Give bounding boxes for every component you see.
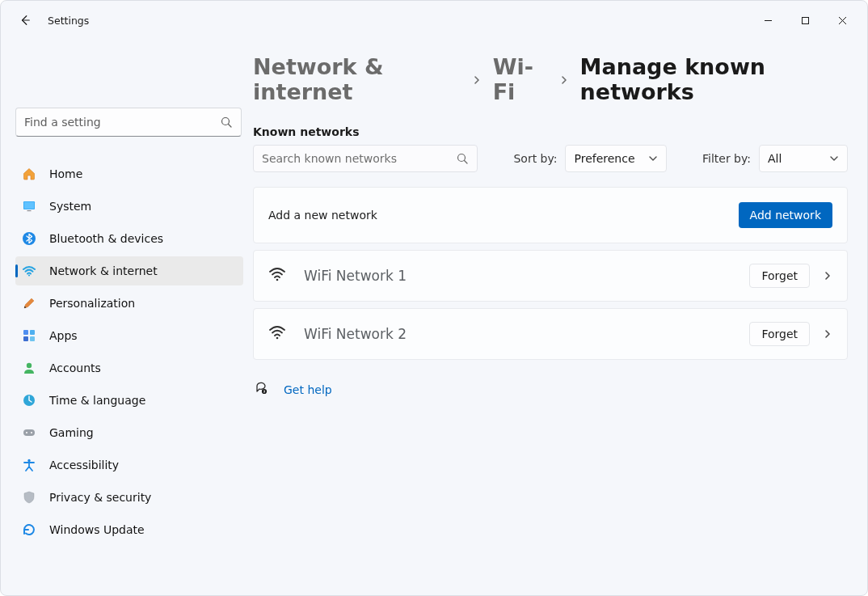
- forget-button[interactable]: Forget: [749, 264, 810, 288]
- wifi-icon: [268, 265, 286, 286]
- main-content: Network & internet Wi-Fi Manage known ne…: [253, 40, 867, 595]
- search-settings-input[interactable]: [24, 116, 220, 129]
- search-known-networks[interactable]: [253, 145, 478, 172]
- back-button[interactable]: [15, 11, 35, 30]
- svg-point-20: [31, 432, 32, 433]
- filter-by-value: All: [768, 152, 782, 165]
- sidebar-item-home[interactable]: Home: [15, 159, 243, 188]
- accounts-icon: [22, 361, 36, 375]
- filter-by-label: Filter by:: [702, 152, 751, 165]
- settings-window: Settings: [0, 0, 868, 596]
- windows-update-icon: [22, 522, 36, 537]
- chevron-right-icon: [472, 71, 482, 88]
- svg-rect-8: [24, 202, 35, 209]
- search-icon: [220, 116, 233, 129]
- svg-line-6: [229, 125, 232, 128]
- network-row[interactable]: WiFi Network 2 Forget: [253, 308, 848, 360]
- maximize-icon: [801, 16, 810, 25]
- network-actions: Forget: [749, 322, 832, 346]
- sort-by-label: Sort by:: [513, 152, 557, 165]
- forget-button[interactable]: Forget: [749, 322, 810, 346]
- svg-rect-13: [30, 330, 35, 335]
- svg-rect-15: [30, 336, 35, 341]
- title-bar: Settings: [1, 1, 867, 40]
- sidebar-item-label: Personalization: [49, 297, 135, 310]
- page-title: Manage known networks: [580, 54, 848, 104]
- filter-by-dropdown[interactable]: All: [759, 145, 848, 172]
- network-name: WiFi Network 1: [304, 268, 407, 284]
- sort-by-dropdown[interactable]: Preference: [565, 145, 666, 172]
- sidebar-item-label: Network & internet: [49, 264, 158, 277]
- search-known-networks-input[interactable]: [262, 152, 456, 165]
- search-settings[interactable]: [15, 108, 242, 137]
- chevron-down-icon: [648, 151, 658, 167]
- section-title: Known networks: [253, 125, 848, 138]
- chevron-right-icon: [823, 268, 832, 284]
- apps-icon: [22, 328, 36, 343]
- sidebar-item-bluetooth[interactable]: Bluetooth & devices: [15, 224, 243, 253]
- network-name: WiFi Network 2: [304, 326, 407, 342]
- svg-rect-2: [802, 17, 808, 23]
- sidebar-item-label: Windows Update: [49, 523, 145, 536]
- sidebar-item-accessibility[interactable]: Accessibility: [15, 450, 243, 480]
- sidebar-item-label: Accounts: [49, 361, 101, 374]
- bluetooth-icon: [22, 231, 36, 246]
- svg-line-23: [465, 161, 468, 164]
- sidebar-item-label: Accessibility: [49, 459, 119, 471]
- sidebar-item-personalization[interactable]: Personalization: [15, 289, 243, 318]
- sidebar-item-privacy[interactable]: Privacy & security: [15, 483, 243, 512]
- get-help-link[interactable]: Get help: [284, 383, 332, 396]
- svg-point-25: [276, 337, 279, 340]
- system-icon: [22, 199, 36, 213]
- sidebar-item-gaming[interactable]: Gaming: [15, 418, 243, 447]
- privacy-icon: [22, 490, 36, 505]
- sidebar-item-windows-update[interactable]: Windows Update: [15, 515, 243, 544]
- sidebar-item-time-language[interactable]: Time & language: [15, 386, 243, 415]
- accessibility-icon: [22, 458, 36, 472]
- svg-point-11: [28, 274, 30, 276]
- time-language-icon: [22, 393, 36, 408]
- svg-point-21: [27, 459, 30, 462]
- wifi-icon: [268, 323, 286, 344]
- sidebar-nav: Home System Bluetooth & devices: [15, 159, 243, 544]
- sidebar-item-label: Bluetooth & devices: [49, 232, 163, 245]
- add-network-text: Add a new network: [268, 209, 377, 222]
- sidebar: Home System Bluetooth & devices: [1, 40, 253, 595]
- sidebar-item-accounts[interactable]: Accounts: [15, 353, 243, 383]
- get-help-row: ? Get help: [253, 381, 848, 399]
- sort-by-group: Sort by: Preference: [513, 145, 666, 172]
- back-arrow-icon: [19, 15, 31, 26]
- personalization-icon: [22, 296, 36, 311]
- svg-rect-12: [23, 330, 28, 335]
- controls-row: Sort by: Preference Filter by: All: [253, 145, 848, 172]
- gaming-icon: [22, 425, 36, 440]
- search-icon: [456, 152, 469, 165]
- svg-point-24: [276, 279, 279, 281]
- svg-text:?: ?: [263, 390, 266, 394]
- home-icon: [22, 167, 36, 181]
- filter-by-group: Filter by: All: [702, 145, 848, 172]
- sidebar-item-label: Gaming: [49, 426, 94, 439]
- add-network-button[interactable]: Add network: [739, 202, 832, 228]
- sidebar-item-system[interactable]: System: [15, 192, 243, 221]
- svg-point-19: [26, 432, 27, 433]
- breadcrumb-network-internet[interactable]: Network & internet: [253, 54, 461, 104]
- sidebar-item-network[interactable]: Network & internet: [15, 256, 243, 285]
- network-row[interactable]: WiFi Network 1 Forget: [253, 250, 848, 302]
- svg-rect-18: [23, 429, 35, 436]
- sidebar-item-label: Apps: [49, 329, 78, 342]
- close-button[interactable]: [824, 8, 861, 32]
- add-network-card: Add a new network Add network: [253, 187, 848, 243]
- window-caption-controls: [749, 8, 861, 32]
- minimize-button[interactable]: [749, 8, 786, 32]
- breadcrumb-wifi[interactable]: Wi-Fi: [493, 54, 548, 104]
- app-title: Settings: [48, 15, 89, 27]
- sidebar-item-label: Privacy & security: [49, 491, 151, 504]
- sidebar-item-apps[interactable]: Apps: [15, 321, 243, 350]
- svg-rect-9: [27, 210, 32, 211]
- close-icon: [838, 16, 847, 25]
- maximize-button[interactable]: [786, 8, 824, 32]
- minimize-icon: [764, 16, 773, 25]
- sidebar-item-label: Home: [49, 167, 82, 180]
- chevron-down-icon: [829, 151, 839, 167]
